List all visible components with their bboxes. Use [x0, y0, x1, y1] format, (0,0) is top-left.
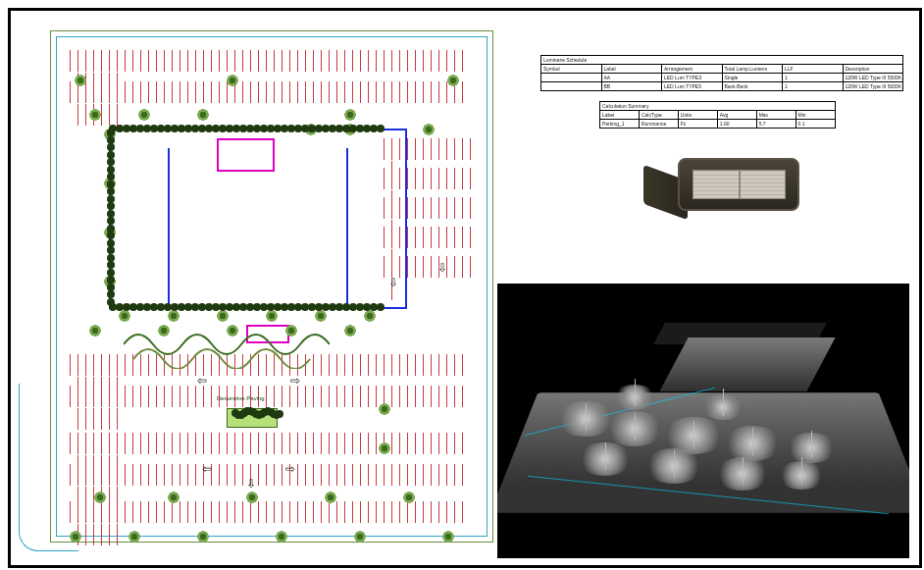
tree-icon: [94, 492, 106, 503]
tree-icon: [379, 442, 390, 454]
tree-icon: [442, 531, 454, 543]
tree-icon: [354, 531, 366, 543]
col-header: Min: [796, 111, 835, 120]
table-title: Calculation Summary: [600, 102, 836, 111]
tree-icon: [89, 109, 101, 121]
landscape-label: Decorative Paving: [217, 395, 265, 401]
tree-icon: [344, 109, 356, 121]
table-row: AALED Lum TYPE3Single1120W LED Type III …: [541, 74, 903, 82]
tree-icon: [138, 109, 150, 121]
pole-icon: [811, 431, 812, 458]
tree-icon: [70, 531, 81, 543]
parking-row: [70, 433, 469, 454]
shrub-icon: [107, 202, 115, 210]
tree-icon: [89, 325, 101, 337]
site-plan: ⇩ ⇩ ⇦ ⇨ ⇦ ⇨ ⇩ Decorative Paving: [50, 30, 491, 550]
parking-row: [384, 168, 473, 189]
flow-arrow-icon: ⇨: [285, 462, 295, 476]
parking-row: [70, 50, 469, 72]
pole-icon: [723, 389, 724, 416]
photometric-render: [497, 284, 909, 558]
tree-icon: [128, 531, 140, 543]
tree-icon: [227, 75, 238, 86]
shrub-icon: [107, 298, 115, 306]
render-building: [659, 337, 835, 391]
fixture-led-array: [693, 170, 786, 199]
col-header: Symbol: [541, 65, 602, 74]
table-row: Parking_1IlluminanceFc1.605.70.1: [600, 120, 836, 129]
canopy-feature: [217, 138, 275, 172]
flow-arrow-icon: ⇩: [388, 276, 398, 289]
flow-arrow-icon: ⇦: [202, 462, 212, 476]
tree-icon: [75, 75, 86, 86]
col-header: Units: [678, 111, 717, 120]
shrub-icon: [377, 303, 385, 311]
flow-arrow-icon: ⇦: [197, 374, 207, 388]
parking-row: [384, 197, 473, 219]
shrub-icon: [107, 261, 115, 269]
parking-row: [384, 227, 473, 248]
shrub-icon: [107, 217, 115, 225]
tree-icon: [325, 492, 336, 503]
pole-icon: [752, 428, 753, 455]
building-courtyard: [168, 148, 348, 307]
col-header: CalcType: [639, 111, 678, 120]
tree-icon: [197, 109, 209, 121]
pole-icon: [605, 442, 606, 470]
pole-icon: [635, 379, 636, 406]
shrub-icon: [377, 125, 385, 132]
tree-icon: [344, 325, 356, 337]
parking-row: [70, 81, 469, 103]
col-header: Max: [756, 111, 796, 120]
col-header: Total Lamp Lumens: [722, 65, 783, 74]
drawing-frame: ⇩ ⇩ ⇦ ⇨ ⇦ ⇨ ⇩ Decorative Paving Luminair…: [8, 8, 922, 568]
shrub-icon: [107, 276, 115, 284]
flow-arrow-icon: ⇨: [290, 374, 300, 388]
table-row: BBLED Lum TYPE5Back-Back1120W LED Type I…: [541, 82, 903, 91]
tree-icon: [423, 124, 435, 135]
shrub-icon: [107, 187, 115, 195]
tree-icon: [276, 531, 287, 543]
parking-row: [70, 501, 469, 523]
table-header-row: LabelCalcTypeUnitsAvgMaxMin: [600, 111, 836, 120]
luminaire-product-image: [639, 148, 805, 236]
parking-row: [384, 256, 473, 278]
parking-row: [70, 464, 469, 486]
schedule-tables: Luminaire Schedule SymbolLabelArrangemen…: [540, 55, 903, 138]
tree-icon: [447, 75, 459, 86]
table-title: Luminaire Schedule: [541, 56, 903, 65]
pole-icon: [743, 457, 744, 485]
pole-icon: [801, 457, 802, 485]
col-header: Label: [601, 65, 662, 74]
parking-row: [70, 386, 469, 407]
luminaire-schedule-table: Luminaire Schedule SymbolLabelArrangemen…: [540, 55, 903, 91]
col-header: Avg: [717, 111, 756, 120]
shrub-icon: [107, 232, 115, 239]
tree-icon: [246, 492, 258, 503]
shrub-icon: [107, 290, 115, 298]
col-header: Arrangement: [662, 65, 723, 74]
col-header: Description: [843, 65, 903, 74]
col-header: Label: [600, 111, 640, 120]
tree-icon: [364, 310, 376, 322]
pole-icon: [674, 450, 675, 478]
tree-icon: [379, 403, 390, 415]
shrub-icon: [107, 173, 115, 181]
shrub-icon: [107, 143, 115, 151]
tree-icon: [197, 531, 209, 543]
pole-icon: [586, 403, 587, 431]
col-header: LLF: [783, 65, 844, 74]
flow-arrow-icon: ⇩: [246, 477, 256, 491]
pole-icon: [693, 421, 694, 448]
shrub-icon: [107, 158, 115, 166]
landscape-hatch: [124, 320, 330, 369]
table-header-row: SymbolLabelArrangementTotal Lamp LumensL…: [541, 65, 903, 74]
shrub-icon: [107, 246, 115, 254]
tree-icon: [403, 492, 415, 503]
pole-icon: [635, 413, 636, 440]
parking-row: [384, 138, 473, 160]
calculation-summary-table: Calculation Summary LabelCalcTypeUnitsAv…: [599, 101, 836, 129]
tree-icon: [168, 492, 180, 503]
flow-arrow-icon: ⇩: [437, 261, 447, 275]
